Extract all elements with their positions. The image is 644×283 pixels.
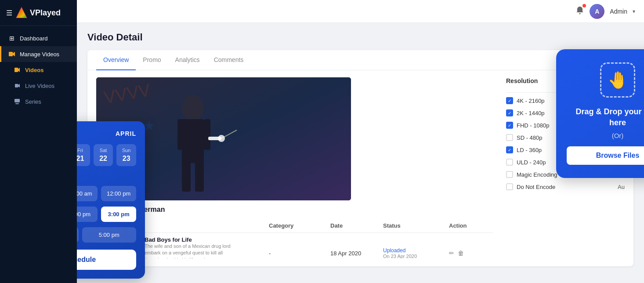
col-category: Category xyxy=(269,222,330,229)
res-checkbox-2[interactable]: ✓ xyxy=(506,122,513,129)
res-checkbox-5[interactable] xyxy=(506,159,513,166)
res-label-2: FHD - 1080p xyxy=(517,122,549,129)
svg-rect-18 xyxy=(204,119,210,150)
sidebar-nav: ⊞ Dashboard Manage Videos Videos xyxy=(0,26,77,114)
sidebar-item-label: Videos xyxy=(25,67,43,73)
tabs-bar: Overview Promo Analytics Comments xyxy=(87,50,633,70)
sidebar-item-series[interactable]: Series xyxy=(0,94,77,109)
live-videos-icon xyxy=(14,82,21,89)
svg-marker-7 xyxy=(18,84,20,87)
day-name-3: Sat xyxy=(100,148,107,153)
sidebar-item-label: Manage Videos xyxy=(20,51,59,58)
video-section: VVVV ★★ OK xyxy=(96,77,493,258)
time-slot-1[interactable]: 11:00 am xyxy=(77,186,98,201)
video-icon xyxy=(14,67,20,73)
tab-overview[interactable]: Overview xyxy=(96,50,136,70)
res-label-3: SD - 480p xyxy=(517,134,543,141)
col-status: Status xyxy=(383,222,449,229)
tab-promo[interactable]: Promo xyxy=(136,50,168,70)
row1-status-text: Uploaded xyxy=(383,247,449,254)
svg-rect-9 xyxy=(15,103,19,104)
avatar: A xyxy=(590,4,604,19)
sidebar-item-live-videos[interactable]: Live Videos xyxy=(0,78,77,94)
calendar-month-label: APRIL xyxy=(116,130,136,137)
resolution-title: Resolution xyxy=(506,77,538,84)
edit-icon[interactable]: ✏ xyxy=(449,250,454,257)
delete-icon[interactable]: 🗑 xyxy=(458,250,464,257)
row1-category: - xyxy=(269,250,330,257)
res-checkbox-6[interactable] xyxy=(506,171,513,178)
svg-rect-16 xyxy=(182,119,204,163)
sidebar-item-videos[interactable]: Videos xyxy=(0,62,77,78)
drag-title: Drag & Drop your files here xyxy=(567,106,644,128)
series-icon-svg xyxy=(14,98,20,105)
res-label-0: 4K - 2160p xyxy=(517,98,545,104)
res-label-1: 2K - 1440p xyxy=(517,110,545,116)
table-header: Title Category Date Status Action xyxy=(96,219,493,233)
calendar-day-4[interactable]: Sun 23 xyxy=(116,144,136,166)
res-label-7: Do Not Encode xyxy=(517,184,555,190)
main-content: A Admin ▾ Video Detail Overview Promo An… xyxy=(77,0,644,283)
time-slot-2[interactable]: 12:00 pm xyxy=(101,186,136,201)
browse-files-button[interactable]: Browse Files xyxy=(567,146,644,165)
sidebar-item-label: Dashboard xyxy=(20,35,48,42)
svg-rect-17 xyxy=(177,119,184,150)
calendar-day-2[interactable]: Fri 21 xyxy=(77,144,90,166)
col-action: Action xyxy=(449,222,493,229)
video-detail-content: VVVV ★★ OK xyxy=(87,70,633,265)
res-checkbox-1[interactable]: ✓ xyxy=(506,109,513,116)
tab-analytics[interactable]: Analytics xyxy=(168,50,207,70)
calendar-times-row3: 4:00 pm 5:00 pm xyxy=(77,227,136,243)
admin-label: Admin xyxy=(610,8,627,15)
res-checkbox-4[interactable]: ✓ xyxy=(506,146,513,153)
videos-icon xyxy=(14,66,21,73)
res-size-7: Au xyxy=(618,184,625,190)
sidebar-header: ☰ VPlayed xyxy=(0,0,77,26)
res-label-6: Magic Encoding xyxy=(517,171,557,178)
manage-videos-icon xyxy=(8,51,15,58)
logo-text: VPlayed xyxy=(30,8,61,18)
svg-rect-20 xyxy=(195,161,204,192)
topbar: A Admin ▾ xyxy=(77,0,644,23)
res-label-4: LD - 360p xyxy=(517,147,542,153)
notification-badge xyxy=(582,4,586,7)
sidebar-item-label: Series xyxy=(25,98,41,105)
calendar-day-3[interactable]: Sat 22 xyxy=(94,144,113,166)
row1-status: Uploaded On 23 Apr 2020 xyxy=(383,247,449,258)
svg-rect-2 xyxy=(9,52,13,56)
row1-date: 18 Apr 2020 xyxy=(330,250,383,257)
notification-button[interactable] xyxy=(575,6,584,17)
col-date: Date xyxy=(330,222,383,229)
row1-status-date: On 23 Apr 2020 xyxy=(383,254,449,258)
day-num-4: 23 xyxy=(123,155,130,163)
svg-point-10 xyxy=(579,13,581,15)
res-checkbox-3[interactable] xyxy=(506,134,513,141)
schedule-button[interactable]: Schedule xyxy=(77,250,136,270)
table-section: Title Category Date Status Action xyxy=(96,219,493,258)
hamburger-icon[interactable]: ☰ xyxy=(6,9,12,17)
day-num-2: 21 xyxy=(77,155,84,163)
sidebar-item-dashboard[interactable]: ⊞ Dashboard xyxy=(0,30,77,46)
svg-rect-19 xyxy=(182,161,191,192)
calendar-times-row2: 1:00 pm 2:00 pm 3:00 pm xyxy=(77,207,136,222)
res-checkbox-7[interactable] xyxy=(506,183,513,190)
time-slot-6[interactable]: 4:00 pm xyxy=(77,227,79,243)
res-checkbox-0[interactable]: ✓ xyxy=(506,97,513,104)
drag-hand-icon: 🤚 xyxy=(608,70,628,90)
page-title: Video Detail xyxy=(87,32,633,43)
calendar-times-row1: 10:00 am 11:00 am 12:00 pm xyxy=(77,186,136,201)
day-name-2: Fri xyxy=(77,148,83,153)
calendar-days: Wed 19 Thu 20 Fri 21 Sat 22 Sun 23 xyxy=(77,144,136,166)
time-slot-7[interactable]: 5:00 pm xyxy=(82,227,137,243)
day-num-3: 22 xyxy=(99,155,107,163)
sidebar-item-manage-videos[interactable]: Manage Videos xyxy=(0,46,77,62)
sidebar: ☰ VPlayed ⊞ Dashboard xyxy=(0,0,77,283)
time-slot-4[interactable]: 2:00 pm xyxy=(77,207,98,222)
admin-dropdown-arrow[interactable]: ▾ xyxy=(633,8,635,15)
svg-marker-1 xyxy=(17,8,26,18)
drag-icon-wrapper: 🤚 xyxy=(600,62,635,98)
time-slot-5[interactable]: 3:00 pm xyxy=(101,207,136,222)
row1-actions: ✏ 🗑 xyxy=(449,250,493,257)
svg-rect-6 xyxy=(15,84,18,87)
tab-comments[interactable]: Comments xyxy=(207,50,251,70)
